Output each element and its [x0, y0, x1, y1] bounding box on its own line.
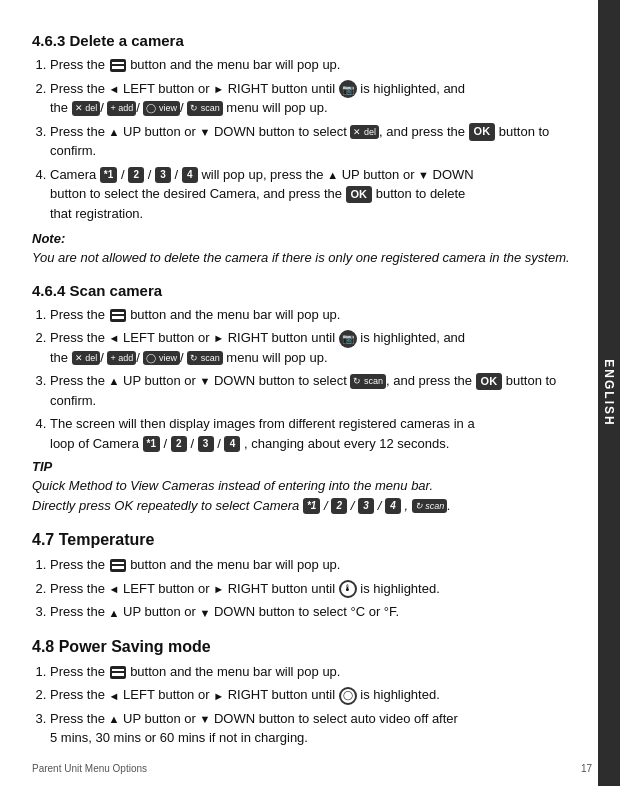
cam4-icon: 4: [182, 167, 198, 183]
cam3-icon: 3: [155, 167, 171, 183]
ok-button-icon: OK: [469, 123, 496, 140]
step-item: Press the button and the menu bar will p…: [50, 555, 580, 575]
down-arrow-icon4: ▼: [199, 605, 210, 622]
section-48-heading: 4.8 Power Saving mode: [32, 638, 580, 656]
up-arrow-icon4: ▲: [109, 605, 120, 622]
step-item: Press the ◄ LEFT button or ► RIGHT butto…: [50, 685, 580, 705]
camera-circle-icon: 📷: [339, 80, 357, 98]
step-item: Press the ▲ UP button or ▼ DOWN button t…: [50, 709, 580, 748]
section-463-heading: 4.6.3 Delete a camera: [32, 32, 580, 49]
add-icon2: + add: [107, 351, 136, 366]
tip-text: Quick Method to View Cameras instead of …: [32, 476, 580, 515]
up-arrow-icon2: ▲: [327, 167, 338, 184]
left-arrow-icon4: ◄: [109, 688, 120, 705]
scan-icon-btn: ↻ scan: [187, 101, 223, 116]
cam2-icon: 2: [128, 167, 144, 183]
down-arrow-icon3: ▼: [199, 373, 210, 390]
cam2c-icon: 2: [331, 498, 347, 514]
up-arrow-icon5: ▲: [109, 711, 120, 728]
ok-button-icon3: OK: [476, 373, 503, 390]
scan-icon-tip: ↻ scan: [412, 499, 448, 514]
right-arrow-icon4: ►: [213, 688, 224, 705]
del-select-icon: ✕ del: [350, 125, 379, 140]
cam4b-icon: 4: [224, 436, 240, 452]
section-464-heading: 4.6.4 Scan camera: [32, 282, 580, 299]
note-label: Note:: [32, 231, 580, 246]
down-arrow-icon5: ▼: [199, 711, 210, 728]
cam3b-icon: 3: [198, 436, 214, 452]
del-icon: ✕ del: [72, 101, 101, 116]
camera-circle-icon2: 📷: [339, 330, 357, 348]
right-arrow-icon: ►: [213, 81, 224, 98]
section-47-heading: 4.7 Temperature: [32, 531, 580, 549]
del-icon2: ✕ del: [72, 351, 101, 366]
menu-icon3: [110, 559, 126, 572]
step-item: The screen will then display images from…: [50, 414, 580, 453]
menu-icon4: [110, 666, 126, 679]
add-icon: + add: [107, 101, 136, 116]
scan-icon-btn2: ↻ scan: [187, 351, 223, 366]
step-item: Camera *1 / 2 / 3 / 4 will pop up, press…: [50, 165, 580, 224]
power-icon: ◯: [339, 687, 357, 705]
view-icon2: ◯ view: [143, 351, 180, 366]
up-arrow-icon: ▲: [109, 124, 120, 141]
left-arrow-icon3: ◄: [109, 581, 120, 598]
left-arrow-icon2: ◄: [109, 330, 120, 347]
step-item: Press the ◄ LEFT button or ► RIGHT butto…: [50, 328, 580, 367]
tip-label: TIP: [32, 459, 580, 474]
step-item: Press the ▲ UP button or ▼ DOWN button t…: [50, 122, 580, 161]
section-48-steps: Press the button and the menu bar will p…: [50, 662, 580, 748]
cam1b-icon: *1: [143, 436, 160, 452]
footer: Parent Unit Menu Options 17: [32, 763, 592, 774]
menu-icon: [110, 59, 126, 72]
view-icon: ◯ view: [143, 101, 180, 116]
section-464-steps: Press the button and the menu bar will p…: [50, 305, 580, 454]
step-item: Press the ◄ LEFT button or ► RIGHT butto…: [50, 579, 580, 599]
cam4c-icon: 4: [385, 498, 401, 514]
left-arrow-icon: ◄: [109, 81, 120, 98]
down-arrow-icon: ▼: [199, 124, 210, 141]
right-arrow-icon3: ►: [213, 581, 224, 598]
section-47-steps: Press the button and the menu bar will p…: [50, 555, 580, 622]
scan-select-icon: ↻ scan: [350, 374, 386, 389]
tip-text-2: Directly press OK repeatedly to select C…: [32, 498, 299, 513]
down-arrow-icon2: ▼: [418, 167, 429, 184]
cam2b-icon: 2: [171, 436, 187, 452]
tip-text-1: Quick Method to View Cameras instead of …: [32, 478, 433, 493]
step-item: Press the button and the menu bar will p…: [50, 305, 580, 325]
footer-right: 17: [581, 763, 592, 774]
page-content: 4.6.3 Delete a camera Press the button a…: [0, 0, 620, 772]
cam1-icon: *1: [100, 167, 117, 183]
footer-left: Parent Unit Menu Options: [32, 763, 147, 774]
menu-icon2: [110, 309, 126, 322]
step-item: Press the button and the menu bar will p…: [50, 662, 580, 682]
ok-button-icon2: OK: [346, 186, 373, 203]
step-item: Press the button and the menu bar will p…: [50, 55, 580, 75]
cam3c-icon: 3: [358, 498, 374, 514]
thermometer-icon: 🌡: [339, 580, 357, 598]
cam1c-icon: *1: [303, 498, 320, 514]
up-arrow-icon3: ▲: [109, 373, 120, 390]
note-text: You are not allowed to delete the camera…: [32, 248, 580, 268]
step-item: Press the ▲ UP button or ▼ DOWN button t…: [50, 602, 580, 622]
section-463-steps: Press the button and the menu bar will p…: [50, 55, 580, 223]
right-arrow-icon2: ►: [213, 330, 224, 347]
step-item: Press the ◄ LEFT button or ► RIGHT butto…: [50, 79, 580, 118]
step-item: Press the ▲ UP button or ▼ DOWN button t…: [50, 371, 580, 410]
